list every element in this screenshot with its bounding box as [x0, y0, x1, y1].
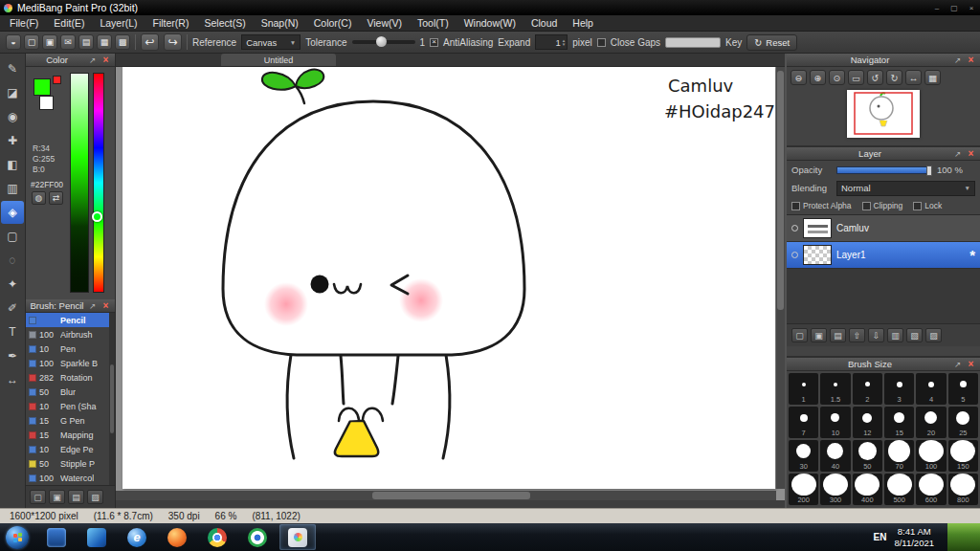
- duplicate-layer-icon[interactable]: ▤: [830, 328, 846, 342]
- text-tool[interactable]: T: [1, 320, 24, 343]
- rotate-left-icon[interactable]: ↺: [867, 70, 883, 85]
- delete-layer-icon[interactable]: ▨: [925, 328, 942, 342]
- language-indicator[interactable]: EN: [874, 532, 887, 542]
- vertical-scrollbar-thumb[interactable]: [777, 71, 784, 310]
- clear-layer-icon[interactable]: ▧: [906, 328, 923, 342]
- horizontal-scrollbar-thumb[interactable]: [372, 492, 530, 499]
- brush-list-item[interactable]: 100 Airbrush: [26, 327, 115, 342]
- brush-size-option[interactable]: 12: [853, 407, 882, 438]
- blending-select[interactable]: Normal ▼: [836, 181, 975, 196]
- protect-alpha-checkbox[interactable]: [791, 202, 800, 210]
- taskbar-app-internet-explorer[interactable]: e: [119, 524, 155, 550]
- reset-rotation-icon[interactable]: ↔: [905, 70, 922, 85]
- merge-layer-icon[interactable]: ▥: [887, 328, 903, 342]
- hue-indicator[interactable]: [92, 211, 102, 222]
- menu-item[interactable]: Layer(L): [92, 15, 145, 31]
- bucket-tool[interactable]: ◈: [1, 201, 24, 224]
- brush-size-option[interactable]: 800: [948, 474, 978, 505]
- save-icon[interactable]: ▣: [42, 34, 57, 50]
- brush-size-option[interactable]: 2: [853, 373, 882, 405]
- fill-tool[interactable]: ◧: [1, 153, 24, 176]
- brush-size-option[interactable]: 150: [948, 440, 978, 472]
- brush-size-option[interactable]: 600: [916, 474, 946, 505]
- close-panel-icon[interactable]: ×: [100, 300, 111, 311]
- brush-size-option[interactable]: 1.5: [820, 373, 850, 405]
- popout-icon[interactable]: ↗: [87, 55, 98, 65]
- brush-size-option[interactable]: 20: [916, 407, 946, 438]
- color-wheel-icon[interactable]: ◍: [32, 191, 46, 205]
- fit-window-icon[interactable]: ▭: [848, 70, 864, 85]
- opacity-slider[interactable]: [836, 166, 932, 174]
- add-folder-icon[interactable]: ▣: [811, 328, 827, 342]
- edit-brush-icon[interactable]: ▤: [68, 490, 84, 504]
- add-layer-icon[interactable]: ▢: [791, 328, 808, 342]
- delete-brush-icon[interactable]: ▨: [87, 490, 103, 504]
- taskbar-app-chrome-green[interactable]: [239, 524, 276, 550]
- brush-tool[interactable]: ✎: [1, 57, 24, 80]
- zoom-out-icon[interactable]: ⊖: [791, 70, 807, 85]
- rotate-right-icon[interactable]: ↻: [886, 70, 902, 85]
- navigator-thumbnail[interactable]: [847, 90, 920, 138]
- brush-list-item[interactable]: 50 Stipple P: [26, 456, 115, 471]
- antialiasing-checkbox[interactable]: ×: [430, 38, 438, 47]
- menu-item[interactable]: Select(S): [196, 15, 253, 31]
- popout-icon[interactable]: ↗: [952, 149, 963, 159]
- layer-row[interactable]: Camluv *: [787, 215, 980, 242]
- brush-list-item[interactable]: Pencil: [26, 313, 115, 327]
- taskbar-app-medibang[interactable]: [279, 524, 316, 550]
- start-button[interactable]: [0, 523, 34, 551]
- brush-size-option[interactable]: 15: [884, 407, 914, 438]
- hand-tool[interactable]: ↔: [1, 368, 24, 391]
- brush-list-item[interactable]: 10 Edge Pe: [26, 442, 115, 456]
- reset-button[interactable]: ↻ Reset: [746, 34, 797, 51]
- eyedropper-tool[interactable]: ✒: [1, 344, 24, 367]
- taskbar-clock[interactable]: 8:41 AM 8/11/2021: [894, 526, 940, 549]
- taskbar-app-media-player[interactable]: [38, 524, 75, 550]
- tolerance-slider-knob[interactable]: [376, 36, 387, 47]
- menu-item[interactable]: Snap(N): [254, 15, 306, 31]
- blur-tool[interactable]: ◉: [1, 105, 24, 128]
- reference-select[interactable]: Canvas ▼: [241, 34, 301, 50]
- menu-item[interactable]: View(V): [359, 15, 410, 31]
- menu-item[interactable]: Filter(R): [145, 15, 197, 31]
- lock-checkbox[interactable]: [913, 202, 922, 210]
- taskbar-app-firefox[interactable]: [159, 524, 195, 550]
- saturation-value-bar[interactable]: [70, 73, 89, 293]
- clipping-checkbox[interactable]: [862, 202, 871, 210]
- layer-down-icon[interactable]: ⇩: [868, 328, 884, 342]
- layer-visibility-toggle[interactable]: [791, 252, 798, 258]
- vertical-scrollbar[interactable]: [776, 67, 785, 489]
- menu-item[interactable]: Help: [565, 15, 601, 31]
- brush-size-option[interactable]: 400: [853, 474, 882, 505]
- hue-bar[interactable]: [93, 73, 104, 293]
- brush-list-item[interactable]: 10 Pen: [26, 342, 115, 356]
- redo-button[interactable]: ↪: [164, 33, 182, 51]
- brush-size-option[interactable]: 300: [820, 474, 850, 505]
- brush-size-option[interactable]: 100: [916, 440, 946, 472]
- brush-list-item[interactable]: 15 G Pen: [26, 413, 115, 428]
- new-canvas-icon[interactable]: ▢: [24, 34, 39, 50]
- brush-size-option[interactable]: 50: [853, 440, 882, 472]
- brush-list-item[interactable]: 282 Rotation: [26, 370, 115, 385]
- desktop-wallpaper-peek[interactable]: [947, 523, 980, 551]
- close-button[interactable]: ×: [963, 2, 980, 13]
- select-pen-tool[interactable]: ✐: [1, 297, 24, 320]
- horizontal-scrollbar[interactable]: [116, 491, 776, 500]
- brush-size-option[interactable]: 5: [948, 373, 978, 405]
- brush-size-option[interactable]: 70: [884, 440, 914, 472]
- zoom-in-icon[interactable]: ⊕: [810, 70, 826, 85]
- add-brush-icon[interactable]: ▢: [30, 490, 46, 504]
- brush-list-item[interactable]: 15 Mapping: [26, 428, 115, 442]
- brush-size-option[interactable]: 500: [884, 474, 914, 505]
- popout-icon[interactable]: ↗: [952, 55, 963, 65]
- brush-list-item[interactable]: 10 Pen (Sha: [26, 399, 115, 413]
- foreground-color-swatch[interactable]: [33, 78, 51, 96]
- undo-button[interactable]: ↩: [141, 33, 159, 51]
- expand-stepper[interactable]: 1 ▴▾: [535, 34, 568, 50]
- brush-list-scrollbar[interactable]: [109, 313, 115, 485]
- close-panel-icon[interactable]: ×: [966, 148, 976, 159]
- maximize-button[interactable]: ▢: [946, 2, 963, 13]
- layer-up-icon[interactable]: ⇧: [849, 328, 865, 342]
- layer-row[interactable]: Layer1 *: [787, 242, 980, 269]
- close-panel-icon[interactable]: ×: [100, 55, 111, 65]
